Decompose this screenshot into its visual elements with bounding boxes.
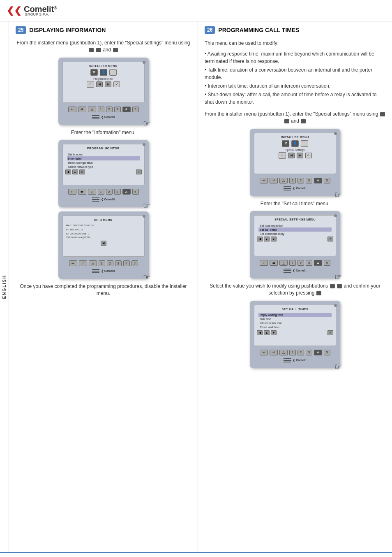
- num-btn-3-1: 1: [99, 260, 105, 266]
- num-btn-6-1: 1: [289, 350, 296, 355]
- num-btn-2-2: 2: [106, 189, 113, 195]
- menu-icon-rect: [109, 69, 117, 76]
- device-body-3: INFO MENU MAC: 00:CC:01:33:00:00 IP: 169…: [58, 211, 149, 279]
- right-section-header: 26 PROGRAMMING CALL TIMES: [205, 26, 385, 34]
- num-btn-6-3: 3: [306, 350, 312, 355]
- num-btn-menu-2: ⇌: [78, 189, 86, 195]
- pn-down-6: ▼: [271, 330, 277, 335]
- device-special-settings: INSTALLER MENU ⚒ 👤 Special Settings ⌂ ◀ …: [205, 129, 385, 196]
- device-dot-2: [143, 143, 145, 146]
- language-label: ENGLISH: [0, 21, 9, 552]
- num-btn-4-2: 2: [297, 178, 304, 183]
- num-btn-bell-3: △: [89, 260, 97, 266]
- num-btn-5: 5: [132, 107, 139, 112]
- brand-text-4: ❮ Comelit: [293, 187, 307, 190]
- num-btn-bell-5: △: [279, 260, 288, 266]
- pm-menu-item-0: Set bracket: [67, 152, 140, 156]
- device-body-6: SET CALL TIMES Reply waiting time Talk t…: [250, 301, 340, 368]
- right-caption-2: Select the value you wish to modify usin…: [205, 283, 385, 297]
- menu-icon-tool-4: ⚒: [282, 140, 289, 147]
- brand-line-4a: [284, 186, 291, 187]
- device-installer-menu: INSTALLER MENU ⚒ 👤 Program monitor ⌂ ◀ ▶…: [16, 58, 191, 125]
- device-screen-1: INSTALLER MENU ⚒ 👤 Program monitor ⌂ ◀ ▶…: [62, 62, 145, 103]
- brand-line-6c: [284, 362, 291, 362]
- screen-title-6: SET CALL TIMES: [257, 308, 333, 311]
- num-btn-6-2: 2: [297, 350, 304, 355]
- device-info-menu: INFO MENU MAC: 00:CC:01:33:00:00 IP: 169…: [16, 211, 191, 279]
- pn-back-5: ◀: [257, 237, 263, 241]
- page-header: ❮❮ Comelit® GROUP S.P.A.: [0, 0, 392, 21]
- screen-title-3: INFO MENU: [65, 218, 142, 221]
- brand-line-1a: [92, 115, 99, 116]
- device-screen-3: INFO MENU MAC: 00:CC:01:33:00:00 IP: 169…: [62, 216, 145, 257]
- brand-text-6: ❮ Comelit: [293, 359, 307, 362]
- inline-icon-left3: [113, 48, 118, 52]
- pn-down-5: ▼: [271, 237, 277, 241]
- num-row-2: ↩ ⇌ △ 1 2 3 A 5: [62, 188, 145, 196]
- num-btn-5-A: A: [314, 260, 322, 266]
- device-body-2: PROGRAM MONITOR Set bracket Information …: [58, 140, 149, 207]
- nav-left-1: ◀: [96, 81, 103, 87]
- num-btn-4-3: 3: [306, 178, 312, 183]
- brand-line-1c: [92, 118, 99, 119]
- num-btn-4-1: 1: [289, 178, 296, 183]
- num-btn-6-A: A: [314, 350, 322, 355]
- num-row-4: ↩ ⇌ △ 1 2 3 A 5: [254, 176, 336, 185]
- num-btn-5-3: 3: [306, 260, 312, 266]
- num-btn-menu-5: ⇌: [270, 260, 278, 266]
- left-intro-text: From the installer menu (pushbutton 1), …: [16, 39, 191, 53]
- pm-menu-item-1: Information: [67, 156, 140, 160]
- menu-icon-person-4: 👤: [291, 140, 299, 147]
- num-btn-menu-3: ⇌: [79, 260, 87, 266]
- brand-lines-4: [284, 186, 291, 190]
- hand-icon-1: ☞: [143, 118, 150, 128]
- num-row-5: ↩ ⇌ △ 1 2 3 A 5: [254, 259, 336, 267]
- pn-up-5: ▲: [264, 237, 270, 241]
- num-btn-bell-6: △: [279, 350, 288, 355]
- brand-line-3c: [92, 272, 99, 273]
- device-screen-2: PROGRAM MONITOR Set bracket Information …: [62, 144, 145, 185]
- pn-check-6: ✓: [327, 330, 333, 335]
- pn-up-2: ▲: [72, 169, 78, 174]
- brand-line-6b: [284, 360, 291, 361]
- left-caption-1: Enter the "Information" menu.: [16, 129, 191, 136]
- prog-nav-3: ◀: [65, 241, 142, 246]
- device-brand-1: ❮ Comelit: [62, 115, 145, 119]
- device4-label: Special Settings: [257, 149, 333, 151]
- hand-icon-2: ☞: [143, 201, 150, 211]
- num-btn-menu-6: ⇌: [270, 350, 278, 355]
- num-btn-back-4: ↩: [260, 178, 268, 183]
- pn-back-6: ◀: [257, 330, 263, 335]
- screen-icons-row-1: ⚒ 👤: [65, 69, 142, 76]
- pn-up-6: ▲: [264, 330, 270, 335]
- main-layout: ENGLISH 25 DISPLAYING INFORMATION From t…: [0, 21, 392, 552]
- num-btn-menu-4: ⇌: [270, 178, 278, 183]
- menu-icon-home-4: ⌂: [279, 152, 286, 159]
- pm-menu-item-3: Select network type: [67, 165, 140, 169]
- section-title-left: DISPLAYING INFORMATION: [29, 27, 106, 33]
- page-footer: MT KIT 12 46: [0, 552, 392, 557]
- section-title-right: PROGRAMMING CALL TIMES: [218, 27, 299, 33]
- num-btn-5-1: 1: [289, 260, 296, 266]
- num-btn-2-1: 1: [98, 189, 104, 195]
- num-btn-4-5: 5: [324, 178, 330, 183]
- device-brand-5: ❮ Comelit: [254, 269, 336, 273]
- device-brand-6: ❮ Comelit: [254, 358, 336, 362]
- inline-icon-right6: [316, 291, 321, 295]
- inline-icon-left1: [89, 48, 94, 52]
- num-btn-back-2: ↩: [68, 189, 76, 195]
- device-dot-6: [334, 304, 337, 307]
- bullet-3: • Intercom talk time: duration of an int…: [205, 82, 385, 90]
- brand-line-3b: [92, 271, 99, 272]
- num-btn-2-3: 3: [114, 189, 121, 195]
- brand-line-1b: [92, 117, 99, 118]
- brand-text-3: ❮ Comelit: [101, 269, 115, 273]
- info-menu-data: MAC: 00:CC:01:33:00:00 IP: 169.254.1.3 I…: [65, 223, 142, 240]
- num-btn-3-5: 5: [131, 260, 138, 266]
- logo-reg: ®: [54, 6, 57, 10]
- prog-nav-2: ◀ ▲ ▼ ✓: [65, 169, 142, 174]
- sct-item-1: Talk time: [258, 317, 332, 321]
- inline-icon-right3: [301, 119, 306, 123]
- nav-check-1: ✓: [113, 81, 120, 87]
- num-btn-5-5: 5: [324, 260, 330, 266]
